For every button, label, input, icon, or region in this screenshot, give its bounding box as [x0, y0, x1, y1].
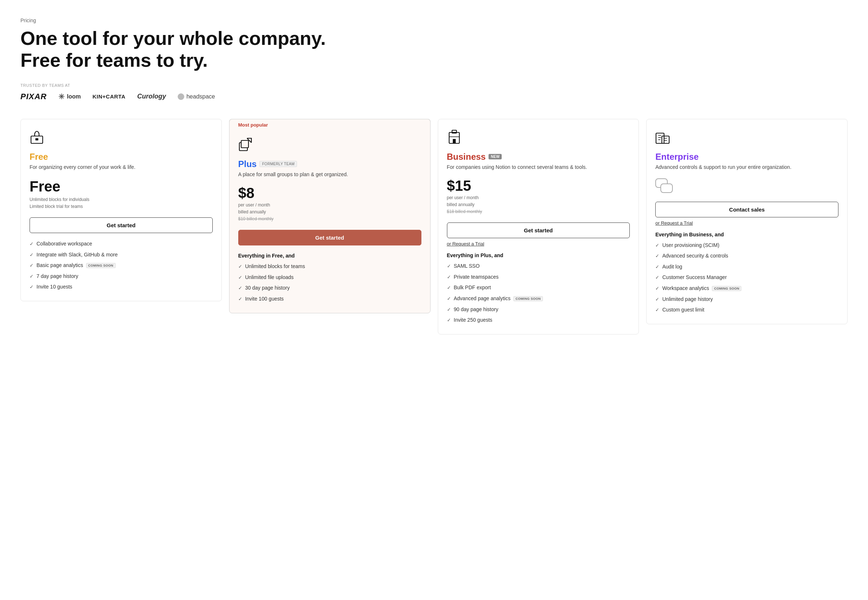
most-popular-badge: Most popular: [229, 119, 431, 130]
plus-price-meta: per user / month billed annually $10 bil…: [238, 202, 422, 223]
hero-title: One tool for your whole company.Free for…: [20, 28, 848, 71]
plus-get-started-button[interactable]: Get started: [238, 230, 422, 245]
check-icon: ✓: [30, 241, 33, 247]
plan-content-plus: Plus FORMERLY TEAM A place for small gro…: [238, 137, 422, 303]
plan-card-plus: Most popular Plus FORMERLY TEAM A place …: [229, 119, 431, 313]
plan-card-business: Business NEW For companies using Notion …: [438, 119, 639, 335]
business-plan-name: Business NEW: [447, 152, 630, 162]
plus-price-amount: $8: [238, 186, 422, 200]
feature-item: ✓Invite 100 guests: [238, 295, 422, 303]
enterprise-features-header: Everything in Business, and: [655, 232, 838, 238]
check-icon: ✓: [655, 264, 659, 270]
free-price-section: Free Unlimited blocks for individuals Li…: [30, 178, 213, 210]
check-icon: ✓: [30, 284, 33, 290]
feature-item: ✓Customer Success Manager: [655, 274, 838, 281]
check-icon: ✓: [655, 253, 659, 259]
free-get-started-button[interactable]: Get started: [30, 217, 213, 233]
check-icon: ✓: [655, 274, 659, 281]
feature-item: ✓Workspace analytics COMING SOON: [655, 285, 838, 292]
check-icon: ✓: [238, 274, 242, 281]
feature-item: ✓Custom guest limit: [655, 306, 838, 314]
business-get-started-button[interactable]: Get started: [447, 223, 630, 238]
business-price-section: $15 per user / month billed annually $18…: [447, 178, 630, 215]
check-icon: ✓: [655, 242, 659, 249]
enterprise-contact-sales-button[interactable]: Contact sales: [655, 202, 838, 217]
check-icon: ✓: [447, 317, 451, 324]
enterprise-icon: [655, 129, 838, 147]
enterprise-trial-link[interactable]: or Request a Trial: [655, 220, 838, 226]
logo-curology: Curology: [137, 92, 166, 100]
business-features-list: ✓SAML SSO ✓Private teamspaces ✓Bulk PDF …: [447, 263, 630, 324]
feature-item: ✓User provisioning (SCIM): [655, 242, 838, 249]
enterprise-chat-icon: [655, 178, 838, 194]
pricing-section-label: Pricing: [20, 18, 848, 23]
check-icon: ✓: [655, 307, 659, 313]
free-price-amount: Free: [30, 178, 213, 195]
logo-kincarta: KIN+CARTA: [92, 93, 125, 100]
check-icon: ✓: [447, 285, 451, 291]
plus-plan-desc: A place for small groups to plan & get o…: [238, 171, 422, 178]
plus-plan-name: Plus FORMERLY TEAM: [238, 159, 422, 169]
feature-item: ✓Bulk PDF export: [447, 284, 630, 291]
logo-pixar: PIXAR: [20, 92, 47, 102]
check-icon: ✓: [238, 263, 242, 270]
svg-rect-1: [35, 138, 38, 141]
check-icon: ✓: [655, 285, 659, 292]
check-icon: ✓: [238, 296, 242, 302]
logo-headspace: headspace: [178, 93, 215, 100]
svg-rect-8: [656, 133, 664, 143]
feature-item: ✓Integrate with Slack, GitHub & more: [30, 251, 213, 259]
check-icon: ✓: [238, 285, 242, 291]
logos-row: PIXAR ✳ loom KIN+CARTA Curology headspac…: [20, 92, 848, 102]
svg-rect-9: [662, 136, 669, 143]
business-features-header: Everything in Plus, and: [447, 252, 630, 258]
plus-icon: [238, 137, 422, 155]
business-plan-desc: For companies using Notion to connect se…: [447, 164, 630, 171]
feature-item: ✓30 day page history: [238, 285, 422, 292]
plus-price-section: $8 per user / month billed annually $10 …: [238, 186, 422, 223]
plan-card-enterprise: Enterprise Advanced controls & support t…: [646, 119, 848, 324]
loom-text: loom: [67, 93, 80, 100]
loom-star-icon: ✳: [58, 92, 65, 101]
feature-item: ✓SAML SSO: [447, 263, 630, 270]
check-icon: ✓: [447, 263, 451, 270]
svg-rect-7: [453, 139, 456, 143]
headspace-text: headspace: [187, 93, 215, 100]
free-price-meta: Unlimited blocks for individuals Limited…: [30, 196, 213, 210]
feature-item: ✓Audit log: [655, 263, 838, 271]
headspace-circle-icon: [178, 93, 184, 100]
formerly-tag: FORMERLY TEAM: [259, 161, 297, 167]
feature-item: ✓Unlimited blocks for teams: [238, 263, 422, 270]
feature-item: ✓Collaborative workspace: [30, 240, 213, 248]
check-icon: ✓: [30, 262, 33, 269]
check-icon: ✓: [30, 273, 33, 280]
plus-features-list: ✓Unlimited blocks for teams ✓Unlimited f…: [238, 263, 422, 302]
feature-item: ✓Basic page analytics COMING SOON: [30, 262, 213, 269]
free-icon: [30, 129, 213, 147]
enterprise-plan-name: Enterprise: [655, 152, 838, 162]
check-icon: ✓: [447, 274, 451, 280]
feature-item: ✓90 day page history: [447, 306, 630, 313]
feature-item: ✓Advanced security & controls: [655, 252, 838, 260]
check-icon: ✓: [30, 252, 33, 258]
business-icon: [447, 129, 630, 147]
free-plan-desc: For organizing every corner of your work…: [30, 164, 213, 171]
feature-item: ✓Invite 10 guests: [30, 283, 213, 291]
plan-card-free: Free For organizing every corner of your…: [20, 119, 222, 301]
feature-item: ✓7 day page history: [30, 273, 213, 280]
trusted-label: TRUSTED BY TEAMS AT: [20, 83, 848, 88]
enterprise-plan-desc: Advanced controls & support to run your …: [655, 164, 838, 171]
free-features-list: ✓Collaborative workspace ✓Integrate with…: [30, 240, 213, 291]
check-icon: ✓: [447, 306, 451, 313]
business-price-meta: per user / month billed annually $18 bil…: [447, 194, 630, 215]
plans-grid: Free For organizing every corner of your…: [20, 119, 848, 335]
feature-item: ✓Unlimited page history: [655, 296, 838, 303]
enterprise-features-list: ✓User provisioning (SCIM) ✓Advanced secu…: [655, 242, 838, 314]
business-trial-link[interactable]: or Request a Trial: [447, 241, 630, 247]
feature-item: ✓Unlimited file uploads: [238, 274, 422, 281]
svg-rect-3: [241, 141, 249, 148]
check-icon: ✓: [655, 296, 659, 303]
plus-features-header: Everything in Free, and: [238, 253, 422, 259]
new-tag: NEW: [489, 154, 502, 159]
logo-loom: ✳ loom: [58, 92, 80, 101]
